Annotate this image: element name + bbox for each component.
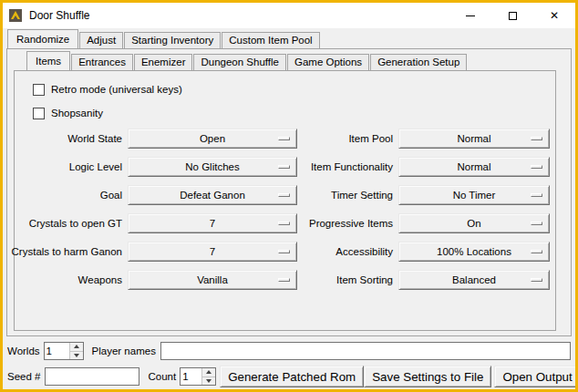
minimize-icon — [466, 15, 475, 16]
goal-value: Defeat Ganon — [180, 190, 245, 201]
worlds-spin-up-button[interactable] — [70, 343, 83, 351]
worlds-row: Worlds Player names — [3, 341, 575, 361]
world-state-value: Open — [200, 133, 225, 144]
tab-adjust[interactable]: Adjust — [79, 32, 123, 48]
window-controls: ✕ — [449, 3, 575, 28]
tab-items[interactable]: Items — [26, 51, 70, 70]
tab-randomize[interactable]: Randomize — [7, 29, 78, 48]
count-spin-up-button[interactable] — [202, 368, 215, 377]
item-pool-value: Normal — [457, 133, 490, 144]
timer-setting-label: Timer Setting — [331, 190, 393, 201]
crystals-gt-value: 7 — [210, 218, 215, 229]
close-icon: ✕ — [550, 10, 559, 21]
arrow-down-icon — [74, 354, 79, 357]
retro-mode-checkbox[interactable] — [33, 84, 45, 96]
tab-custom-item-pool[interactable]: Custom Item Pool — [222, 32, 319, 48]
dropdown-indicator-icon — [531, 278, 542, 282]
crystals-ganon-value: 7 — [210, 246, 215, 257]
dropdown-indicator-icon — [531, 165, 542, 169]
window: Door Shuffle ✕ Retro mode (universal key… — [0, 0, 578, 392]
count-input[interactable] — [181, 368, 201, 385]
save-settings-button[interactable]: Save Settings to File — [364, 366, 491, 387]
player-names-label: Player names — [92, 346, 156, 356]
weapons-label: Weapons — [78, 274, 122, 285]
dropdown-indicator-icon — [531, 222, 542, 225]
item-sorting-dropdown[interactable]: Balanced — [398, 270, 550, 290]
dialog-body: Retro mode (universal keys) Shopsanity W… — [3, 28, 575, 389]
weapons-value: Vanilla — [197, 274, 228, 285]
tab-entrances[interactable]: Entrances — [71, 54, 133, 70]
seed-input[interactable] — [45, 367, 139, 386]
titlebar: Door Shuffle ✕ — [3, 3, 575, 28]
count-spin-down-button[interactable] — [202, 377, 215, 386]
item-functionality-value: Normal — [457, 161, 490, 172]
worlds-input[interactable] — [45, 343, 69, 359]
accessibility-label: Accessibility — [335, 246, 393, 257]
items-tab-frame: Retro mode (universal keys) Shopsanity W… — [14, 70, 556, 331]
arrow-up-icon — [74, 345, 79, 348]
arrow-down-icon — [206, 379, 212, 383]
goal-dropdown[interactable]: Defeat Ganon — [128, 185, 297, 205]
crystals-gt-label: Crystals to open GT — [29, 218, 122, 229]
dropdown-indicator-icon — [278, 222, 290, 225]
worlds-spin-down-button[interactable] — [70, 351, 83, 360]
logic-level-value: No Glitches — [185, 161, 239, 172]
logic-level-dropdown[interactable]: No Glitches — [128, 157, 297, 177]
count-spinner — [180, 367, 216, 386]
dropdown-indicator-icon — [531, 250, 542, 253]
close-button[interactable]: ✕ — [533, 3, 575, 28]
logic-level-label: Logic Level — [69, 161, 122, 172]
player-names-input[interactable] — [160, 342, 571, 360]
seed-row: Seed # Count Generate Patched Rom Save S… — [3, 366, 575, 387]
progressive-items-dropdown[interactable]: On — [398, 213, 550, 233]
worlds-spinner — [44, 342, 84, 360]
tab-dungeon-shuffle[interactable]: Dungeon Shuffle — [193, 54, 285, 70]
dropdown-indicator-icon — [278, 137, 290, 140]
accessibility-dropdown[interactable]: 100% Locations — [398, 242, 550, 262]
count-label: Count — [148, 371, 176, 382]
minimize-button[interactable] — [449, 3, 491, 28]
shopsanity-row: Shopsanity — [33, 102, 550, 124]
randomize-sub-tab-bar: Items Entrances Enemizer Dungeon Shuffle… — [26, 52, 468, 70]
crystals-gt-dropdown[interactable]: 7 — [128, 213, 297, 233]
shopsanity-label: Shopsanity — [51, 108, 103, 119]
world-state-dropdown[interactable]: Open — [128, 129, 297, 149]
dropdown-indicator-icon — [531, 193, 542, 197]
item-sorting-value: Balanced — [452, 274, 496, 285]
dropdown-indicator-icon — [278, 193, 290, 197]
window-title: Door Shuffle — [29, 9, 90, 22]
dropdown-indicator-icon — [278, 250, 290, 253]
tab-game-options[interactable]: Game Options — [287, 54, 369, 70]
app-icon — [8, 8, 23, 23]
shopsanity-checkbox[interactable] — [33, 108, 45, 119]
dropdown-indicator-icon — [278, 165, 290, 169]
options-grid: World State Open Item Pool Normal Logic … — [20, 129, 550, 290]
item-functionality-label: Item Functionality — [311, 161, 393, 172]
worlds-label: Worlds — [7, 346, 40, 356]
count-spin-buttons — [201, 368, 215, 385]
maximize-icon — [509, 12, 517, 20]
crystals-ganon-dropdown[interactable]: 7 — [128, 242, 297, 262]
progressive-items-value: On — [467, 218, 480, 229]
weapons-dropdown[interactable]: Vanilla — [128, 270, 297, 290]
maximize-button[interactable] — [491, 3, 533, 28]
item-pool-label: Item Pool — [348, 133, 393, 144]
tab-starting-inventory[interactable]: Starting Inventory — [124, 32, 221, 48]
tab-enemizer[interactable]: Enemizer — [134, 54, 193, 70]
crystals-ganon-label: Crystals to harm Ganon — [12, 246, 122, 257]
progressive-items-label: Progressive Items — [309, 218, 393, 229]
tab-generation-setup[interactable]: Generation Setup — [370, 54, 467, 70]
timer-setting-dropdown[interactable]: No Timer — [398, 185, 550, 205]
item-functionality-dropdown[interactable]: Normal — [398, 157, 550, 177]
main-tab-bar: Randomize Adjust Starting Inventory Cust… — [7, 30, 321, 48]
item-sorting-label: Item Sorting — [336, 274, 393, 285]
seed-label: Seed # — [7, 371, 40, 382]
generate-patched-rom-button[interactable]: Generate Patched Rom — [220, 366, 364, 387]
retro-mode-label: Retro mode (universal keys) — [51, 84, 182, 95]
open-output-directory-button[interactable]: Open Output Directory — [494, 366, 578, 387]
item-pool-dropdown[interactable]: Normal — [398, 129, 550, 149]
world-state-label: World State — [67, 133, 122, 144]
retro-mode-row: Retro mode (universal keys) — [33, 78, 550, 100]
dropdown-indicator-icon — [531, 137, 542, 140]
timer-setting-value: No Timer — [453, 190, 496, 201]
